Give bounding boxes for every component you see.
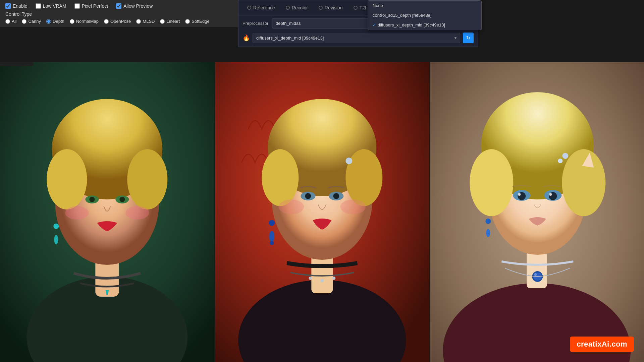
svg-point-23 <box>345 149 382 206</box>
svg-point-46 <box>558 159 563 163</box>
svg-point-51 <box>518 193 521 196</box>
svg-point-54 <box>486 229 490 237</box>
radio-canny[interactable]: Canny <box>22 19 41 24</box>
radio-lineart[interactable]: Lineart <box>160 19 180 24</box>
svg-point-13 <box>53 224 59 229</box>
svg-point-31 <box>269 220 275 226</box>
model-panel: Reference Recolor Revision T2I-Ad Prepro… <box>238 0 478 47</box>
svg-point-57 <box>534 273 537 276</box>
svg-point-27 <box>305 193 311 199</box>
radio-depth[interactable]: Depth <box>46 19 64 24</box>
enable-label: Enable <box>13 3 28 9</box>
allow-preview-checkbox-item[interactable]: Allow Preview <box>116 3 153 9</box>
svg-point-30 <box>340 199 366 214</box>
svg-point-52 <box>549 193 552 196</box>
tab-recolor-dot <box>286 6 290 10</box>
model-select-wrapper: diffusers_xl_depth_mid [39c49e13] None c… <box>253 33 460 43</box>
radio-all[interactable]: All <box>5 19 16 24</box>
radio-lineart-label: Lineart <box>166 19 180 24</box>
allow-preview-checkbox[interactable] <box>116 3 121 9</box>
svg-point-53 <box>486 219 491 224</box>
tab-t2i-dot <box>354 6 358 10</box>
pixel-perfect-checkbox-item[interactable]: Pixel Perfect <box>74 3 108 9</box>
svg-point-5 <box>47 149 87 209</box>
model-dropdown-popup: None control_sd15_depth [fef5e48e] diffu… <box>368 0 482 30</box>
preprocessor-label: Preprocessor <box>243 21 269 26</box>
radio-all-label: All <box>12 19 16 24</box>
dropdown-item-sd15[interactable]: control_sd15_depth [fef5e48e] <box>368 10 481 20</box>
svg-point-36 <box>332 277 335 280</box>
svg-point-9 <box>89 197 95 202</box>
svg-point-43 <box>562 149 606 216</box>
tab-recolor[interactable]: Recolor <box>281 3 313 12</box>
control-type-radio-group: All Canny Depth NormalMap OpenPose MLSD … <box>5 19 238 24</box>
radio-openpose[interactable]: OpenPose <box>104 19 131 24</box>
pixel-perfect-label: Pixel Perfect <box>82 3 108 9</box>
images-area <box>0 62 644 362</box>
watermark: creatixAi.com <box>570 337 634 352</box>
radio-mlsd-label: MLSD <box>143 19 155 24</box>
radio-mlsd[interactable]: MLSD <box>136 19 155 24</box>
fire-icon: 🔥 <box>243 34 250 42</box>
portrait-panel-1 <box>0 62 214 362</box>
low-vram-label: Low VRAM <box>43 3 66 9</box>
svg-point-29 <box>278 199 304 214</box>
portrait-3-svg <box>430 62 644 362</box>
model-select[interactable]: diffusers_xl_depth_mid [39c49e13] None c… <box>253 33 460 43</box>
radio-openpose-label: OpenPose <box>110 19 131 24</box>
svg-rect-19 <box>311 255 333 293</box>
svg-point-33 <box>270 241 274 245</box>
svg-point-22 <box>262 149 299 206</box>
radio-normalmap[interactable]: NormalMap <box>70 19 99 24</box>
portrait-panel-3 <box>429 62 644 362</box>
dropdown-item-xl-mid[interactable]: diffusers_xl_depth_mid [39c49e13] <box>368 20 481 30</box>
tab-reference-label: Reference <box>253 5 275 10</box>
portrait-1-svg <box>0 62 214 362</box>
svg-point-24 <box>345 158 352 164</box>
radio-depth-label: Depth <box>53 19 64 24</box>
svg-point-35 <box>320 279 324 282</box>
pixel-perfect-checkbox[interactable] <box>74 3 80 9</box>
svg-point-11 <box>65 206 89 220</box>
svg-point-34 <box>309 277 312 280</box>
svg-point-10 <box>119 197 125 202</box>
control-type-label: Control Type <box>5 11 238 17</box>
tab-recolor-label: Recolor <box>292 5 308 10</box>
low-vram-checkbox[interactable] <box>36 3 41 9</box>
tab-reference[interactable]: Reference <box>243 3 280 12</box>
svg-point-6 <box>127 149 167 209</box>
tab-reference-dot <box>247 6 251 10</box>
radio-normalmap-label: NormalMap <box>76 19 99 24</box>
control-bar: Enable Low VRAM Pixel Perfect Allow Prev… <box>0 0 243 27</box>
radio-softedge[interactable]: SoftEdge <box>185 19 210 24</box>
tab-revision[interactable]: Revision <box>314 3 347 12</box>
svg-point-14 <box>54 235 58 244</box>
tab-revision-label: Revision <box>325 5 343 10</box>
svg-point-42 <box>470 149 514 216</box>
svg-point-45 <box>562 153 569 159</box>
allow-preview-label: Allow Preview <box>123 3 153 9</box>
radio-canny-label: Canny <box>28 19 41 24</box>
portrait-panel-2 <box>214 62 429 362</box>
enable-checkbox[interactable] <box>5 3 11 9</box>
svg-rect-39 <box>527 251 547 288</box>
svg-rect-15 <box>0 62 33 66</box>
radio-softedge-label: SoftEdge <box>192 19 210 24</box>
tab-revision-dot <box>319 6 323 10</box>
low-vram-checkbox-item[interactable]: Low VRAM <box>36 3 66 9</box>
dropdown-item-none[interactable]: None <box>368 1 481 10</box>
svg-point-12 <box>125 206 149 220</box>
svg-point-32 <box>269 231 274 242</box>
svg-point-28 <box>333 193 339 199</box>
model-row: 🔥 diffusers_xl_depth_mid [39c49e13] None… <box>238 31 478 47</box>
checkbox-row: Enable Low VRAM Pixel Perfect Allow Prev… <box>5 3 238 9</box>
portrait-2-svg <box>215 62 429 362</box>
refresh-button[interactable]: ↻ <box>463 33 474 43</box>
watermark-text: creatixAi.com <box>577 340 627 348</box>
enable-checkbox-item[interactable]: Enable <box>5 3 28 9</box>
